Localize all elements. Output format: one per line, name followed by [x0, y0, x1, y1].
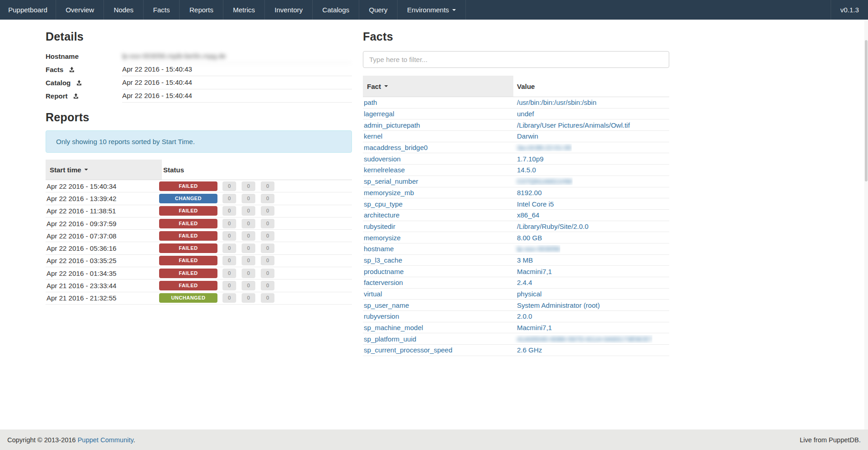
nav-item-overview[interactable]: Overview [56, 0, 104, 20]
nav-item-reports[interactable]: Reports [180, 0, 223, 20]
copyright-text: Copyright © 2013-2016 Puppet Community. [7, 436, 135, 444]
fact-value-cell: 14.5.0 [513, 166, 536, 174]
count-badge: 0 [222, 243, 236, 253]
fact-name-link[interactable]: macaddress_bridge0 [364, 144, 428, 151]
report-row: Apr 21 2016 - 23:33:44 FAILED 000 [46, 279, 352, 292]
fact-name-link[interactable]: kernelrelease [364, 166, 405, 174]
detail-value: lp-osx-003056.mpib-berlin.mpg.de [122, 50, 352, 63]
fact-value-link[interactable]: System Administrator (root) [517, 301, 600, 309]
nav-item-nodes[interactable]: Nodes [104, 0, 143, 20]
fact-value-link[interactable]: /usr/bin:/bin:/usr/sbin:/sbin [517, 98, 596, 106]
upload-icon[interactable] [73, 93, 79, 99]
nav-item-metrics[interactable]: Metrics [223, 0, 265, 20]
nav-item-catalogs[interactable]: Catalogs [313, 0, 359, 20]
report-counts: 000 [217, 194, 274, 203]
fact-value-cell: System Administrator (root) [513, 301, 600, 309]
nav-brand-puppetboard[interactable]: Puppetboard [0, 0, 56, 20]
copyright-prefix: Copyright © 2013-2016 [7, 436, 78, 444]
report-start-time: Apr 21 2016 - 23:33:44 [46, 282, 159, 290]
fact-value-link[interactable]: 2.4.4 [517, 279, 532, 286]
status-badge: FAILED [159, 243, 217, 253]
scrollbar-thumb[interactable] [865, 40, 868, 181]
fact-name-link[interactable]: rubysitedir [364, 222, 395, 230]
fact-name-link[interactable]: sp_current_processor_speed [364, 346, 452, 354]
fact-value-link[interactable]: 3a:c9:86:22:01:00 [517, 144, 572, 151]
facts-filter-input[interactable] [363, 51, 669, 68]
detail-label-text: Facts [46, 66, 63, 73]
fact-name-link[interactable]: memorysize_mb [364, 189, 414, 197]
fact-name-link[interactable]: facterversion [364, 279, 403, 286]
fact-name-link[interactable]: architecture [364, 211, 399, 219]
fact-value-link[interactable]: 2.0.0 [517, 312, 532, 320]
fact-value-link[interactable]: /Library/Ruby/Site/2.0.0 [517, 222, 589, 230]
fact-value-link[interactable]: Darwin [517, 132, 538, 140]
detail-value: Apr 22 2016 - 15:40:44 [122, 89, 352, 103]
puppet-community-link[interactable]: Puppet Community [78, 436, 133, 444]
fact-row: sp_machine_model Macmini7,1 [363, 322, 669, 334]
fact-value-link[interactable]: physical [517, 290, 542, 298]
fact-name-link[interactable]: productname [364, 268, 404, 275]
fact-value-cell: 41A00040-6086-597D-8114-0A93173E9CE7 [513, 335, 652, 343]
fact-value-link[interactable]: Macmini7,1 [517, 324, 552, 331]
fact-value-link[interactable]: 14.5.0 [517, 166, 536, 174]
fact-name-link[interactable]: sudoversion [364, 155, 401, 163]
fact-value-link[interactable]: C07QN1A6G1HW [517, 177, 573, 185]
count-badge: 0 [242, 281, 255, 290]
report-row: Apr 22 2016 - 07:37:08 FAILED 000 [46, 230, 352, 242]
fact-name-link[interactable]: kernel [364, 132, 382, 140]
fact-value-link[interactable]: lp-osx-003056 [517, 245, 560, 253]
fact-name-link[interactable]: path [364, 98, 377, 106]
fact-value-link[interactable]: 1.7.10p9 [517, 155, 543, 163]
fact-value-link[interactable]: 8.00 GB [517, 234, 542, 242]
fact-name-link[interactable]: sp_user_name [364, 301, 409, 309]
fact-value-link[interactable]: Intel Core i5 [517, 200, 554, 208]
fact-value-link[interactable]: /Library/User Pictures/Animals/Owl.tif [517, 121, 630, 129]
fact-name-link[interactable]: sp_platform_uuid [364, 335, 416, 343]
fact-name-link[interactable]: memorysize [364, 234, 401, 242]
fact-name-link[interactable]: hostname [364, 245, 394, 253]
column-header-start-time[interactable]: Start time [46, 160, 162, 180]
fact-name-cell: kernel [363, 132, 513, 140]
fact-name-cell: kernelrelease [363, 166, 513, 174]
fact-value-cell: 8.00 GB [513, 234, 542, 242]
fact-value-link[interactable]: Macmini7,1 [517, 268, 552, 275]
nav-item-query[interactable]: Query [359, 0, 398, 20]
fact-name-link[interactable]: sp_cpu_type [364, 200, 403, 208]
status-badge: UNCHANGED [159, 293, 217, 303]
count-badge: 0 [242, 219, 255, 228]
status-badge: FAILED [159, 231, 217, 241]
fact-name-link[interactable]: sp_machine_model [364, 324, 423, 331]
left-column: Details Hostname lp-osx-003056.mpib-berl… [46, 26, 352, 429]
fact-value-link[interactable]: undef [517, 110, 534, 118]
fact-name-cell: memorysize_mb [363, 189, 513, 197]
fact-row: sp_l3_cache 3 MB [363, 255, 669, 266]
upload-icon[interactable] [76, 80, 82, 86]
count-badge: 0 [222, 281, 236, 290]
upload-icon[interactable] [69, 67, 75, 72]
scrollbar-track[interactable] [864, 20, 868, 429]
fact-value-cell: 1.7.10p9 [513, 155, 543, 163]
nav-item-facts[interactable]: Facts [144, 0, 180, 20]
nav-item-inventory[interactable]: Inventory [265, 0, 313, 20]
column-header-status: Status [162, 160, 184, 180]
fact-name-link[interactable]: sp_serial_number [364, 177, 418, 185]
fact-value-link[interactable]: 3 MB [517, 256, 533, 264]
start-time-header-label: Start time [50, 166, 81, 174]
fact-value-link[interactable]: 41A00040-6086-597D-8114-0A93173E9CE7 [517, 335, 652, 343]
fact-row: architecture x86_64 [363, 210, 669, 221]
fact-value-cell: undef [513, 110, 534, 118]
fact-value-link[interactable]: 8192.00 [517, 189, 542, 197]
fact-value-link[interactable]: 2.6 GHz [517, 346, 542, 354]
detail-value: Apr 22 2016 - 15:40:43 [122, 63, 352, 76]
nav-item-environments[interactable]: Environments [398, 0, 466, 20]
fact-name-link[interactable]: rubyversion [364, 312, 399, 320]
fact-name-link[interactable]: virtual [364, 290, 382, 298]
fact-name-link[interactable]: admin_picturepath [364, 121, 420, 129]
fact-name-cell: lagerregal [363, 110, 513, 118]
fact-name-link[interactable]: sp_l3_cache [364, 256, 402, 264]
fact-value-link[interactable]: x86_64 [517, 211, 539, 219]
fact-value-cell: /Library/Ruby/Site/2.0.0 [513, 222, 589, 230]
column-header-fact[interactable]: Fact [363, 76, 513, 97]
detail-label: Facts [46, 63, 122, 76]
fact-name-link[interactable]: lagerregal [364, 110, 394, 118]
